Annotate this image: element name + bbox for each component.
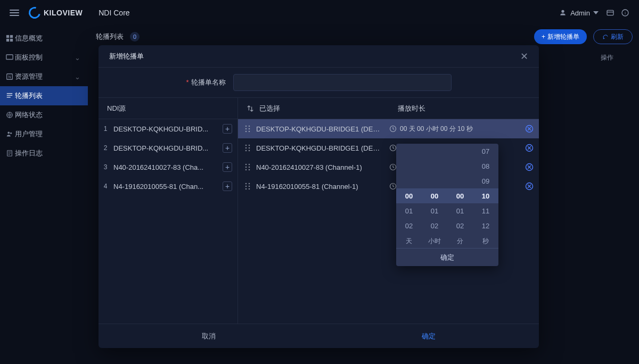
app-title: NDI Core — [99, 9, 129, 17]
remove-icon[interactable] — [525, 144, 534, 152]
nav-label: 用户管理 — [15, 129, 43, 139]
source-name: DESKTOP-KQKHGDU-BRID... — [113, 125, 218, 133]
brand-logo: KILOVIEW — [29, 7, 83, 19]
drag-handle-icon[interactable] — [244, 144, 251, 152]
svg-rect-5 — [10, 35, 13, 38]
source-index: 3 — [102, 163, 109, 171]
selected-name: N40-20162410027-83 (Channel-1) — [256, 163, 384, 171]
svg-point-23 — [245, 145, 247, 146]
svg-point-17 — [245, 128, 247, 130]
time-option[interactable]: 09 — [473, 173, 498, 188]
time-option-selected[interactable]: 10 — [473, 188, 498, 203]
svg-rect-0 — [607, 10, 613, 15]
time-option[interactable]: 07 — [473, 144, 498, 159]
time-option[interactable] — [422, 173, 447, 188]
clock-icon — [389, 183, 397, 190]
time-option[interactable]: 12 — [473, 218, 498, 233]
selected-label: 已选择 — [259, 104, 280, 113]
add-source-button[interactable]: + — [223, 181, 232, 191]
time-option[interactable]: 01 — [396, 203, 422, 218]
column-op-header: 操作 — [601, 53, 613, 62]
add-source-button[interactable]: + — [223, 162, 232, 172]
hamburger-icon[interactable] — [10, 10, 19, 16]
time-col-分[interactable]: 000102 — [447, 144, 473, 234]
svg-point-19 — [245, 131, 247, 133]
svg-text:i: i — [625, 11, 626, 15]
log-icon — [6, 150, 13, 157]
drag-handle-icon[interactable] — [244, 125, 251, 133]
close-icon[interactable]: ✕ — [520, 52, 528, 61]
time-col-天[interactable]: 000102 — [396, 144, 422, 234]
cancel-button[interactable]: 取消 — [99, 324, 319, 348]
source-header: NDI源 — [99, 98, 237, 119]
time-option[interactable] — [447, 173, 473, 188]
svg-rect-4 — [6, 35, 9, 38]
nav-label: 信息概览 — [15, 34, 43, 43]
time-option[interactable] — [396, 159, 422, 173]
users-icon — [6, 130, 13, 138]
add-playlist-button[interactable]: + 新增轮播单 — [534, 29, 587, 44]
chevron-down-icon: ⌄ — [75, 73, 80, 81]
svg-point-27 — [245, 150, 247, 152]
nav-network[interactable]: 网络状态 — [0, 105, 88, 125]
selected-header: 已选择 播放时长 — [238, 98, 539, 119]
time-option[interactable]: 11 — [473, 203, 498, 218]
logo-mark-icon — [27, 5, 43, 21]
add-source-button[interactable]: + — [223, 124, 232, 134]
time-option[interactable]: 02 — [396, 218, 422, 233]
user-menu[interactable]: Admin — [559, 9, 599, 17]
time-option-selected[interactable]: 00 — [422, 188, 447, 203]
svg-point-34 — [249, 167, 250, 168]
time-option[interactable] — [396, 173, 422, 188]
time-option[interactable] — [422, 144, 447, 159]
time-option-selected[interactable]: 00 — [447, 188, 473, 203]
nav-users[interactable]: 用户管理 — [0, 125, 88, 144]
playlist-name-input[interactable] — [233, 74, 452, 91]
source-row: 3N40-20162410027-83 (Cha...+ — [99, 158, 237, 177]
time-option[interactable] — [447, 159, 473, 173]
selected-row[interactable]: DESKTOP-KQKHGDU-BRIDGE1 (DESK...00 天 00 … — [238, 119, 539, 138]
drag-handle-icon[interactable] — [244, 163, 251, 171]
add-source-button[interactable]: + — [223, 143, 232, 153]
nav-overview[interactable]: 信息概览 — [0, 29, 88, 48]
svg-point-31 — [245, 164, 247, 166]
source-row: 4N4-19162010055-81 (Chan...+ — [99, 177, 237, 196]
remove-icon[interactable] — [525, 125, 534, 133]
drag-handle-icon[interactable] — [244, 183, 251, 190]
time-option[interactable]: 02 — [422, 218, 447, 233]
source-index: 4 — [102, 183, 109, 190]
time-picker-ok[interactable]: 确定 — [396, 248, 498, 266]
time-option[interactable]: 01 — [422, 203, 447, 218]
nav-logs[interactable]: 操作日志 — [0, 144, 88, 163]
time-unit-label: 小时 — [422, 234, 447, 248]
nav-resource[interactable]: N 资源管理 ⌄ — [0, 67, 88, 86]
sort-icon[interactable] — [247, 105, 254, 112]
time-option[interactable] — [447, 144, 473, 159]
time-option-selected[interactable]: 00 — [396, 188, 422, 203]
svg-rect-7 — [10, 39, 13, 42]
refresh-button[interactable]: 刷新 — [593, 29, 633, 44]
time-option[interactable] — [422, 159, 447, 173]
source-index: 2 — [102, 144, 109, 152]
nav-label: 操作日志 — [15, 148, 43, 158]
remove-icon[interactable] — [525, 163, 534, 171]
time-picker: 000102000102000102070809101112 天小时分秒 确定 — [396, 144, 498, 266]
panel-icon — [6, 54, 13, 61]
source-row: 2DESKTOP-KQKHGDU-BRID...+ — [99, 138, 237, 158]
remove-icon[interactable] — [525, 182, 534, 191]
time-option[interactable]: 08 — [473, 159, 498, 173]
dashboard-icon — [6, 35, 13, 42]
confirm-button[interactable]: 确定 — [319, 324, 539, 348]
time-option[interactable] — [396, 144, 422, 159]
time-option[interactable]: 02 — [447, 218, 473, 233]
nav-playlist[interactable]: 轮播列表 — [0, 86, 88, 105]
time-col-小时[interactable]: 000102 — [422, 144, 447, 234]
duration-display[interactable]: 00 天 00 小时 00 分 10 秒 — [389, 125, 473, 134]
time-option[interactable]: 01 — [447, 203, 473, 218]
time-col-秒[interactable]: 070809101112 — [473, 144, 498, 234]
time-unit-label: 秒 — [473, 234, 498, 248]
help-icon[interactable]: i — [621, 9, 629, 17]
nav-panel[interactable]: 面板控制 ⌄ — [0, 48, 88, 67]
layout-icon[interactable] — [606, 9, 615, 17]
svg-text:N: N — [8, 75, 11, 79]
